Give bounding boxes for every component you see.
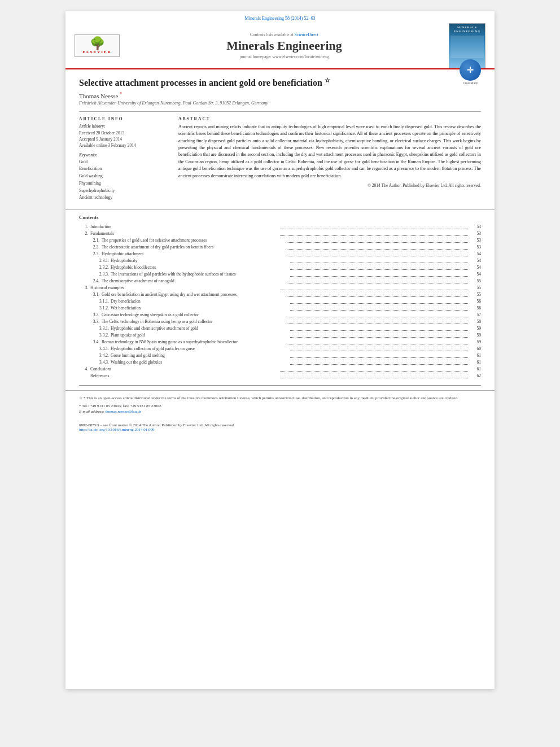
footer-notes: ☆ * This is an open-access article distr… xyxy=(65,390,495,420)
keyword-ancient-technology: Ancient technology xyxy=(79,194,169,202)
footnote-cc: ☆ * This is an open-access article distr… xyxy=(79,395,481,401)
citation-text: Minerals Engineering 58 (2014) 52–63 xyxy=(245,16,316,21)
toc-item-3-4: 3.4. Roman technology in NW Spain using … xyxy=(79,339,481,346)
accepted-date: Accepted 9 January 2014 xyxy=(79,136,169,142)
keyword-gold-washing: Gold washing xyxy=(79,173,169,180)
affiliation: Friedrich Alexander-University of Erlang… xyxy=(79,101,481,106)
received-date: Received 20 October 2013 xyxy=(79,130,169,136)
elsevier-logo: 🌳 ELSEVIER xyxy=(75,34,120,57)
article-history-label: Article history: xyxy=(79,124,169,129)
contents-section: Contents 1. Introduction 53 2. Fundament… xyxy=(65,209,495,385)
issn-line: 0892-6875/$ – see front matter © 2014 Th… xyxy=(79,423,481,427)
journal-url: journal homepage: www.elsevier.com/locat… xyxy=(125,54,443,59)
toc-item-3-3: 3.3. The Celtic technology in Bohemia us… xyxy=(79,318,481,325)
toc-dots xyxy=(280,224,468,229)
doi-line: http://dx.doi.org/10.1016/j.mineng.2014.… xyxy=(79,427,481,432)
toc-item-1: 1. Introduction 53 xyxy=(79,224,481,230)
crossmark: ✛ CrossMark xyxy=(460,59,481,85)
page: Minerals Engineering 58 (2014) 52–63 🌳 E… xyxy=(65,11,495,689)
cover-image xyxy=(450,36,484,58)
toc-dots xyxy=(286,244,468,250)
keyword-beneficiation: Beneficiation xyxy=(79,165,169,173)
toc-item-4: 4. Conclusions 61 xyxy=(79,366,481,373)
toc-item-3-1-2: 3.1.2. Wet beneficiation 56 xyxy=(79,305,481,312)
footer-bottom: 0892-6875/$ – see front matter © 2014 Th… xyxy=(65,420,495,435)
footnote-email-line: E-mail address: thomas.neesse@fau.de xyxy=(79,409,481,415)
keyword-phytomining: Phytomining xyxy=(79,180,169,187)
article-star: ☆ xyxy=(325,77,330,84)
author-footnote-star: * xyxy=(120,91,122,97)
article-info-col: ARTICLE INFO Article history: Received 2… xyxy=(79,116,169,202)
keywords-label: Keywords: xyxy=(79,152,169,158)
toc-dots xyxy=(290,264,468,270)
toc-item-2-3-3: 2.3.3. The interactions of gold particle… xyxy=(79,271,481,278)
toc-item-2-3-2: 2.3.2. Hydrophobic biocollectors 54 xyxy=(79,264,481,271)
toc-item-3-3-1: 3.3.1. Hydrophobic and chemisorptive att… xyxy=(79,325,481,332)
author-line: Thomas Neesse * xyxy=(79,91,481,99)
divider xyxy=(79,385,481,386)
toc-item-3-4-3: 3.4.3. Washing out the gold globules 61 xyxy=(79,359,481,366)
author-name: Thomas Neesse xyxy=(79,93,118,99)
main-content: ✛ CrossMark Selective attachment process… xyxy=(65,69,495,207)
toc-dots xyxy=(290,346,468,351)
toc-item-2-3: 2.3. Hydrophobic attachment 54 xyxy=(79,251,481,257)
article-info-label: ARTICLE INFO xyxy=(79,116,169,121)
toc-item-3-3-2: 3.3.2. Plant uptake of gold 59 xyxy=(79,332,481,339)
toc-dots xyxy=(290,305,468,311)
toc-dots xyxy=(290,352,468,358)
toc-dots xyxy=(286,318,468,324)
toc-dots xyxy=(286,312,468,317)
sciencedirect-link: Contents lists available at ScienceDirec… xyxy=(125,32,443,37)
toc-dots xyxy=(280,230,468,236)
elsevier-brand: ELSEVIER xyxy=(77,50,117,54)
available-date: Available online 3 February 2014 xyxy=(79,142,169,148)
elsevier-tree-icon: 🌳 xyxy=(77,37,117,50)
toc-item-2-4: 2.4. The chemisorptive attachment of nan… xyxy=(79,278,481,285)
toc-dots xyxy=(286,278,468,283)
toc-dots xyxy=(286,237,468,243)
abstract-text: Ancient reports and mining relicts indic… xyxy=(178,124,481,180)
keywords-list: Gold Beneficiation Gold washing Phytomin… xyxy=(79,159,169,202)
toc-item-2-1: 2.1. The properties of gold used for sel… xyxy=(79,237,481,244)
email-link[interactable]: thomas.neesse@fau.de xyxy=(105,409,141,414)
contents-title: Contents xyxy=(79,215,481,220)
email-label: E-mail address: xyxy=(79,409,104,414)
toc-dots xyxy=(290,332,468,338)
toc-item-3: 3. Historical examples 55 xyxy=(79,285,481,291)
abstract-col: ABSTRACT Ancient reports and mining reli… xyxy=(178,116,481,202)
toc-item-3-4-1: 3.4.1. Hydrophobic collection of gold pa… xyxy=(79,346,481,352)
footnote-tel: * Tel.: +49 9131 85 23003; fax: +49 9131… xyxy=(79,403,481,409)
toc-dots xyxy=(290,325,468,331)
toc-dots xyxy=(290,298,468,304)
copyright: © 2014 The Author. Published by Elsevier… xyxy=(178,183,481,188)
toc-item-3-2: 3.2. Caucasian technology using sheepski… xyxy=(79,312,481,318)
journal-name: Minerals Engineering xyxy=(125,38,443,53)
toc-item-3-4-2: 3.4.2. Gorse burning and gold melting 61 xyxy=(79,352,481,359)
toc-list: 1. Introduction 53 2. Fundamentals 53 2.… xyxy=(79,224,481,379)
toc-dots xyxy=(290,257,468,263)
article-title: Selective attachment processes in ancien… xyxy=(79,76,481,89)
footnote-cc-text: * This is an open-access article distrib… xyxy=(84,396,458,400)
toc-dots xyxy=(286,251,468,256)
toc-dots xyxy=(280,373,468,378)
toc-item-3-1-1: 3.1.1. Dry beneficiation 56 xyxy=(79,298,481,305)
keyword-gold: Gold xyxy=(79,159,169,166)
crossmark-icon: ✛ xyxy=(460,59,481,81)
journal-header: Minerals Engineering 58 (2014) 52–63 🌳 E… xyxy=(65,11,495,69)
toc-dots xyxy=(286,291,468,297)
citation-bar: Minerals Engineering 58 (2014) 52–63 xyxy=(75,16,485,21)
toc-item-3-1: 3.1. Gold ore beneficiation in ancient E… xyxy=(79,291,481,298)
footnote-star-symbol: ☆ xyxy=(79,396,84,400)
doi-link[interactable]: http://dx.doi.org/10.1016/j.mineng.2014.… xyxy=(79,427,154,432)
toc-dots xyxy=(280,366,468,372)
abstract-label: ABSTRACT xyxy=(178,116,481,121)
toc-dots xyxy=(290,271,468,277)
keyword-superhydrophobicity: Superhydrophobicity xyxy=(79,187,169,195)
sciencedirect-anchor[interactable]: ScienceDirect xyxy=(295,32,318,37)
toc-item-2: 2. Fundamentals 53 xyxy=(79,230,481,237)
toc-dots xyxy=(290,359,468,365)
toc-item-references: References 62 xyxy=(79,373,481,379)
toc-item-2-2: 2.2. The electrostatic attachment of dry… xyxy=(79,244,481,251)
toc-item-2-3-1: 2.3.1. Hydrophobicity 54 xyxy=(79,257,481,264)
toc-dots xyxy=(280,285,468,290)
